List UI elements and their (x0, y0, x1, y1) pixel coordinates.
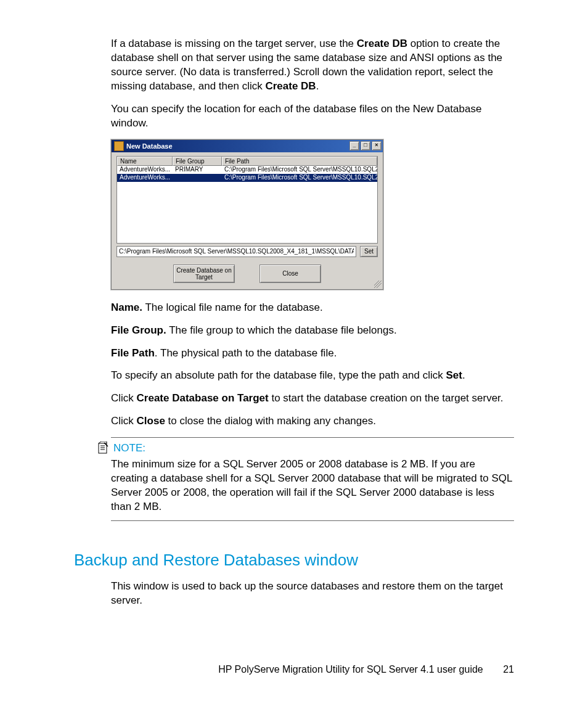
text: The logical file name for the database. (142, 302, 323, 313)
cell-path: C:\Program Files\Microsoft SQL Server\MS… (222, 166, 377, 174)
text: . The physical path to the database file… (155, 347, 337, 359)
column-header-filegroup[interactable]: File Group (173, 157, 222, 166)
text: If a database is missing on the target s… (111, 38, 357, 49)
text-bold: Create DB (265, 80, 316, 92)
paragraph-location: You can specify the location for each of… (74, 102, 514, 131)
page-footer: HP PolyServe Migration Utility for SQL S… (74, 664, 514, 675)
window-icon (114, 141, 124, 151)
text: The file group to which the database fil… (166, 324, 397, 336)
text: to close the dialog with making any chan… (165, 415, 376, 427)
note-icon (97, 441, 108, 455)
page-number: 21 (503, 664, 514, 675)
section-heading: Backup and Restore Databases window (74, 551, 514, 570)
text: Click (111, 415, 137, 427)
definition-filegroup: File Group. The file group to which the … (74, 324, 514, 338)
minimize-button[interactable]: _ (349, 141, 359, 150)
listview-headers: Name File Group File Path (117, 157, 377, 166)
new-database-dialog: New Database _ □ × Name File Group File … (111, 139, 383, 290)
list-item[interactable]: AdventureWorks... PRIMARY C:\Program Fil… (117, 166, 377, 174)
column-header-filepath[interactable]: File Path (222, 157, 377, 166)
set-button[interactable]: Set (360, 246, 378, 257)
file-listview[interactable]: Name File Group File Path AdventureWorks… (116, 156, 378, 244)
cell-path: C:\Program Files\Microsoft SQL Server\MS… (222, 174, 377, 182)
instruction-set: To specify an absolute path for the data… (74, 369, 514, 383)
dialog-titlebar: New Database _ □ × (112, 140, 383, 152)
definition-filepath: File Path. The physical path to the data… (74, 347, 514, 361)
footer-text: HP PolyServe Migration Utility for SQL S… (218, 664, 483, 675)
divider (111, 437, 514, 438)
text-bold: Create Database on Target (137, 392, 269, 404)
text: To specify an absolute path for the data… (111, 369, 446, 381)
maximize-button[interactable]: □ (361, 141, 370, 150)
column-header-name[interactable]: Name (117, 157, 173, 166)
list-item-selected[interactable]: AdventureWorks... C:\Program Files\Micro… (117, 174, 377, 182)
text-bold: Name. (111, 302, 142, 313)
definition-name: Name. The logical file name for the data… (74, 301, 514, 315)
svg-rect-0 (99, 443, 107, 453)
section-text: This window is used to back up the sourc… (74, 580, 514, 608)
note-label: NOTE: (113, 442, 145, 454)
dialog-title: New Database (126, 142, 173, 150)
text-bold: Close (137, 415, 165, 427)
text: . (316, 80, 319, 92)
paragraph-create-db: If a database is missing on the target s… (74, 37, 514, 94)
note-text: The minimum size for a SQL Server 2005 o… (74, 458, 514, 514)
filepath-input[interactable] (116, 246, 356, 257)
cell-name: AdventureWorks... (117, 174, 173, 182)
text-bold: File Group. (111, 324, 166, 336)
resize-gripper-icon[interactable] (374, 281, 382, 288)
text: Click (111, 392, 137, 404)
close-window-button[interactable]: × (372, 141, 382, 150)
cell-group (173, 174, 222, 182)
text: . (462, 369, 465, 381)
divider (111, 520, 514, 521)
instruction-close: Click Close to close the dialog with mak… (74, 414, 514, 429)
text-bold: Create DB (357, 38, 407, 49)
cell-group: PRIMARY (173, 166, 222, 174)
text-bold: File Path (111, 347, 155, 359)
text-bold: Set (446, 369, 462, 381)
text: to start the database creation on the ta… (269, 392, 504, 404)
close-button[interactable]: Close (259, 265, 321, 283)
cell-name: AdventureWorks... (117, 166, 173, 174)
instruction-create: Click Create Database on Target to start… (74, 392, 514, 406)
create-database-button[interactable]: Create Database on Target (173, 265, 235, 283)
